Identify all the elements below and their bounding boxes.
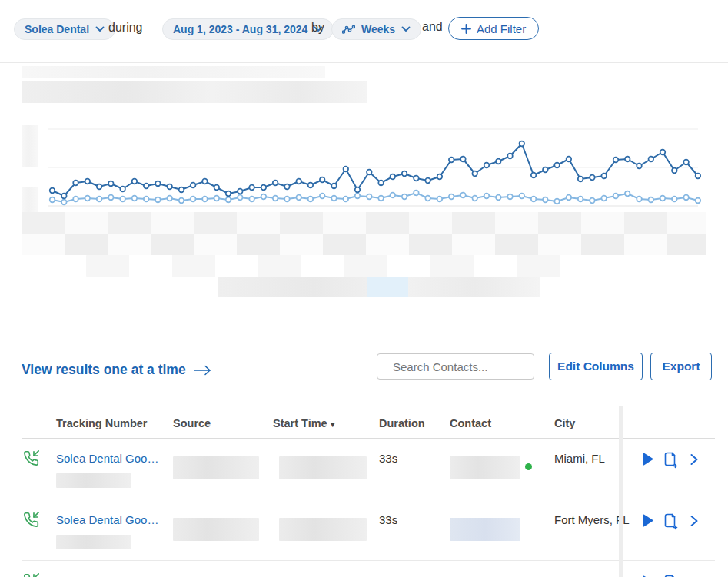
series-light-blue-point[interactable] (601, 196, 607, 201)
column-header-tracking-number[interactable]: Tracking Number (56, 417, 147, 429)
series-light-blue-point[interactable] (344, 197, 349, 202)
series-light-blue-point[interactable] (331, 196, 337, 201)
series-light-blue-point[interactable] (132, 196, 138, 201)
series-dark-blue-point[interactable] (249, 185, 254, 191)
row-expand-chevron[interactable] (690, 453, 699, 466)
series-light-blue-point[interactable] (61, 200, 67, 205)
series-light-blue-point[interactable] (578, 197, 583, 202)
series-dark-blue-point[interactable] (344, 167, 349, 172)
series-light-blue-point[interactable] (460, 193, 466, 198)
series-dark-blue-point[interactable] (226, 191, 231, 197)
series-dark-blue-point[interactable] (696, 174, 701, 179)
series-dark-blue-point[interactable] (425, 178, 430, 184)
series-light-blue-point[interactable] (226, 197, 231, 203)
series-dark-blue-point[interactable] (284, 184, 290, 190)
series-dark-blue-point[interactable] (437, 174, 443, 180)
table-row[interactable]: Solea Dental Goo… 33s Fort Myers, FL (22, 499, 715, 561)
column-header-duration[interactable]: Duration (379, 417, 425, 429)
series-dark-blue-point[interactable] (308, 183, 314, 188)
series-light-blue-point[interactable] (649, 197, 654, 203)
series-dark-blue-point[interactable] (191, 183, 196, 188)
series-dark-blue-point[interactable] (590, 175, 595, 181)
series-light-blue-point[interactable] (85, 196, 91, 201)
account-filter-dropdown[interactable]: Solea Dental (14, 18, 115, 40)
view-results-link[interactable]: View results one at a time (22, 362, 212, 378)
series-dark-blue-point[interactable] (132, 179, 138, 184)
series-light-blue-point[interactable] (520, 194, 525, 199)
interval-dropdown[interactable]: Weeks (331, 18, 421, 40)
series-light-blue-point[interactable] (613, 194, 619, 199)
series-light-blue-point[interactable] (120, 197, 125, 202)
series-dark-blue-point[interactable] (625, 157, 630, 162)
column-header-contact[interactable]: Contact (450, 417, 491, 429)
series-light-blue-point[interactable] (449, 194, 454, 200)
series-light-blue-point[interactable] (320, 194, 325, 199)
series-dark-blue-point[interactable] (578, 177, 583, 182)
series-dark-blue-point[interactable] (320, 177, 325, 183)
series-light-blue-point[interactable] (214, 196, 220, 201)
series-light-blue-point[interactable] (144, 197, 149, 202)
series-dark-blue-point[interactable] (402, 171, 407, 177)
series-dark-blue-point[interactable] (531, 173, 537, 178)
play-recording-button[interactable] (643, 453, 653, 466)
table-row[interactable]: Solea Dental Goo… Google My Busi… Aug 30… (22, 561, 715, 577)
series-dark-blue-point[interactable] (273, 181, 278, 186)
series-dark-blue-point[interactable] (50, 188, 55, 194)
series-dark-blue-point[interactable] (238, 189, 243, 194)
series-dark-blue-point[interactable] (391, 174, 396, 180)
series-dark-blue-point[interactable] (613, 158, 619, 163)
series-light-blue-point[interactable] (683, 195, 689, 201)
series-dark-blue-point[interactable] (649, 157, 654, 162)
series-light-blue-point[interactable] (414, 191, 419, 196)
series-light-blue-point[interactable] (543, 197, 548, 203)
series-dark-blue-point[interactable] (637, 164, 642, 169)
series-light-blue-point[interactable] (261, 194, 267, 200)
series-dark-blue-point[interactable] (331, 184, 337, 189)
tracking-number-link[interactable]: Solea Dental Goo… (56, 452, 158, 465)
series-light-blue-point[interactable] (672, 197, 677, 202)
series-dark-blue-point[interactable] (97, 184, 102, 190)
series-light-blue-point[interactable] (437, 197, 443, 202)
series-light-blue-point[interactable] (637, 197, 642, 202)
series-light-blue-point[interactable] (496, 195, 501, 201)
series-light-blue-point[interactable] (531, 197, 537, 202)
series-light-blue-point[interactable] (273, 196, 278, 201)
table-scrollbar-track[interactable] (619, 406, 623, 577)
series-dark-blue-point[interactable] (378, 181, 384, 186)
series-dark-blue-point[interactable] (214, 185, 220, 191)
series-dark-blue-point[interactable] (414, 176, 419, 181)
series-light-blue-point[interactable] (355, 194, 361, 199)
series-light-blue-point[interactable] (97, 197, 102, 202)
series-dark-blue-point[interactable] (554, 163, 560, 168)
play-recording-button[interactable] (643, 514, 653, 527)
series-dark-blue-point[interactable] (672, 168, 677, 174)
series-light-blue-point[interactable] (50, 197, 55, 203)
series-light-blue-point[interactable] (660, 196, 666, 201)
series-dark-blue-point[interactable] (73, 181, 78, 186)
series-dark-blue-point[interactable] (449, 158, 454, 163)
export-button[interactable]: Export (650, 353, 712, 380)
series-light-blue-point[interactable] (391, 193, 396, 198)
series-light-blue-point[interactable] (554, 199, 560, 204)
series-dark-blue-point[interactable] (601, 174, 607, 179)
column-header-city[interactable]: City (554, 417, 575, 429)
series-dark-blue-point[interactable] (507, 154, 513, 159)
table-row[interactable]: Solea Dental Goo… 33s Miami, FL (22, 438, 715, 499)
tracking-number-link[interactable]: Solea Dental Goo… (56, 513, 158, 526)
series-light-blue-point[interactable] (378, 196, 384, 201)
series-dark-blue-point[interactable] (155, 181, 161, 187)
series-light-blue-point[interactable] (296, 195, 301, 201)
series-light-blue-point[interactable] (167, 196, 172, 201)
series-light-blue-point[interactable] (425, 196, 430, 201)
series-dark-blue-point[interactable] (460, 157, 466, 162)
series-light-blue-point[interactable] (402, 194, 407, 200)
series-light-blue-point[interactable] (284, 197, 290, 202)
series-dark-blue-point[interactable] (567, 157, 572, 162)
series-light-blue-point[interactable] (567, 195, 572, 201)
date-range-dropdown[interactable]: Aug 1, 2023 - Aug 31, 2024 (162, 18, 334, 40)
series-dark-blue-point[interactable] (179, 187, 184, 193)
column-header-start-time[interactable]: Start Time▼ (273, 417, 337, 429)
series-light-blue-point[interactable] (191, 197, 196, 202)
series-light-blue-point[interactable] (507, 194, 513, 200)
series-light-blue-point[interactable] (202, 197, 208, 202)
